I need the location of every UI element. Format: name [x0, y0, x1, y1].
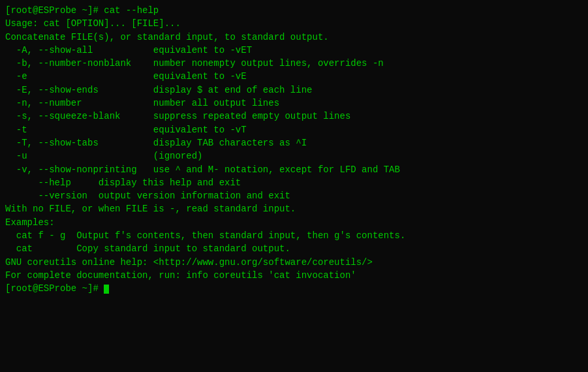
terminal-line: --version output version information and…	[5, 189, 583, 202]
terminal-line: Examples:	[5, 216, 583, 229]
terminal-line: cat Copy standard input to standard outp…	[5, 242, 583, 255]
terminal-line: GNU coreutils online help: <http://www.g…	[5, 256, 583, 269]
terminal-line: Usage: cat [OPTION]... [FILE]...	[5, 17, 583, 30]
terminal-line: -E, --show-ends display $ at end of each…	[5, 84, 583, 97]
terminal-line: -t equivalent to -vT	[5, 123, 583, 136]
terminal-output: [root@ESProbe ~]# cat --helpUsage: cat […	[5, 4, 583, 296]
terminal-line: With no FILE, or when FILE is -, read st…	[5, 202, 583, 215]
terminal-line: cat f - g Output f's contents, then stan…	[5, 229, 583, 242]
terminal-line: -u (ignored)	[5, 149, 583, 163]
terminal-line: -v, --show-nonprinting use ^ and M- nota…	[5, 163, 583, 176]
terminal-line: For complete documentation, run: info co…	[5, 269, 583, 282]
terminal-line: -b, --number-nonblank number nonempty ou…	[5, 57, 583, 70]
terminal-cursor	[104, 285, 109, 294]
terminal-line: -s, --squeeze-blank suppress repeated em…	[5, 110, 583, 123]
terminal-line: -e equivalent to -vE	[5, 70, 583, 83]
terminal-line: -T, --show-tabs display TAB characters a…	[5, 136, 583, 149]
terminal-line: -A, --show-all equivalent to -vET	[5, 44, 583, 57]
terminal-line: Concatenate FILE(s), or standard input, …	[5, 31, 583, 44]
terminal-line: -n, --number number all output lines	[5, 97, 583, 110]
terminal-line: [root@ESProbe ~]#	[5, 282, 583, 295]
terminal-line: [root@ESProbe ~]# cat --help	[5, 4, 583, 17]
terminal-line: --help display this help and exit	[5, 176, 583, 189]
terminal-window[interactable]: [root@ESProbe ~]# cat --helpUsage: cat […	[0, 0, 588, 372]
